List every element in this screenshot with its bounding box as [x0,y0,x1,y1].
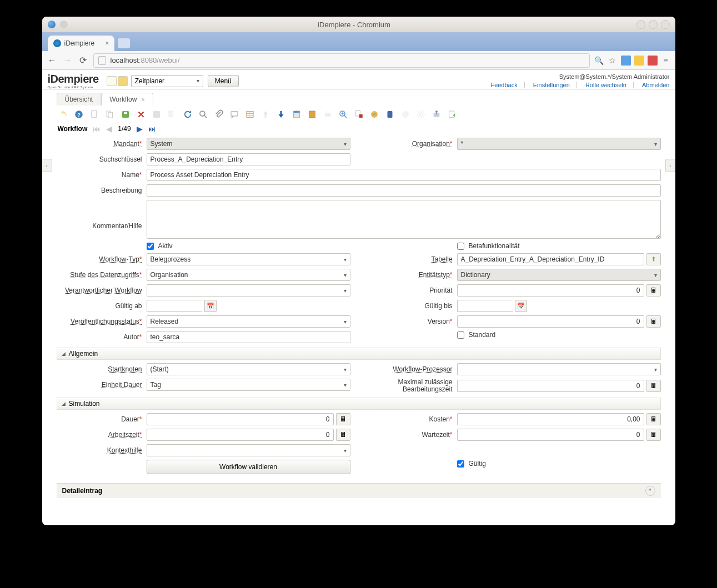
next-record-icon[interactable]: ▶ [137,124,143,133]
url-input[interactable]: localhost:8080/webui/ [93,53,590,68]
tab-workflow[interactable]: Workflow× [101,93,153,105]
chrome-menu-icon[interactable]: ≡ [661,56,671,66]
field-version[interactable] [457,315,644,328]
attachment-icon[interactable] [213,109,224,120]
extension-icon[interactable] [634,56,644,66]
delete-icon[interactable] [136,109,147,120]
left-panel-toggle[interactable]: › [42,159,52,172]
field-startnode[interactable]: (Start) [147,363,350,375]
link-change-role[interactable]: Rolle wechseln [579,82,634,88]
extension-gplus-icon[interactable] [648,56,658,66]
tab-close-icon[interactable]: × [105,39,109,47]
checkbox-default[interactable] [457,331,464,339]
field-responsible[interactable] [147,284,350,296]
calendar-icon[interactable]: 📅 [515,300,527,312]
refresh-icon[interactable] [182,109,193,120]
table-zoom-icon[interactable] [646,253,661,265]
menu-button[interactable]: Menü [208,75,239,87]
open-record-icon[interactable] [118,76,128,86]
field-cost[interactable] [457,413,644,425]
report-icon[interactable] [291,109,302,120]
chevron-up-icon[interactable]: ˄ [645,486,655,496]
archive-icon[interactable] [307,109,318,120]
extension-translate-icon[interactable] [621,56,631,66]
gear-icon[interactable] [415,109,427,120]
right-panel-toggle[interactable]: ‹ [665,159,675,172]
undo-icon[interactable] [58,109,69,120]
print-icon[interactable] [322,109,333,120]
calc-icon[interactable]: 🖩 [646,284,661,296]
field-validfrom[interactable] [147,300,202,312]
save-icon[interactable] [120,109,131,120]
forward-button[interactable]: → [62,55,73,66]
field-description[interactable] [147,184,661,197]
close-button[interactable] [661,20,670,29]
export-icon[interactable] [431,109,442,120]
process-icon[interactable] [400,109,411,120]
maximize-button[interactable] [649,20,658,29]
checkbox-active[interactable] [147,243,154,250]
detail-icon[interactable] [275,109,287,120]
field-durationunit[interactable]: Tag [147,379,350,391]
import-file-icon[interactable] [447,109,458,120]
checkbox-valid[interactable] [457,460,464,468]
new-icon[interactable] [89,109,100,120]
field-help[interactable] [147,200,661,239]
field-priority[interactable] [457,284,644,296]
field-accesslevel[interactable]: Organisation [147,269,350,281]
parent-icon[interactable] [260,109,271,120]
active-wf-icon[interactable] [353,109,364,120]
reload-button[interactable]: ⟳ [78,55,89,66]
field-validto[interactable] [457,300,513,312]
field-table[interactable] [457,253,644,265]
detail-entry-bar[interactable]: Detaileintrag ˄ [57,483,661,498]
field-durationlimit[interactable] [457,380,644,392]
zoom-icon[interactable]: 🔍 [594,56,604,66]
save-new-icon[interactable] [151,109,162,120]
section-simulation[interactable]: ◢Simulation [57,398,661,410]
calc-icon[interactable]: 🖩 [646,413,661,425]
field-wfprocessor[interactable] [457,363,661,375]
calc-icon[interactable]: 🖩 [336,429,350,441]
link-feedback[interactable]: Feedback [484,82,524,88]
new-record-icon[interactable] [107,76,117,86]
validate-workflow-button[interactable]: Workflow validieren [147,460,350,474]
checkbox-beta[interactable] [457,243,464,250]
tab-close-icon[interactable]: × [141,96,144,103]
field-waittime[interactable] [457,429,644,441]
link-settings[interactable]: Einstellungen [527,82,577,88]
copy-icon[interactable] [104,109,116,120]
minimize-button[interactable] [636,20,645,29]
product-info-icon[interactable] [384,109,395,120]
ignore-icon[interactable] [167,109,178,120]
find-icon[interactable] [198,109,209,120]
last-record-icon[interactable]: ⏭ [148,124,156,133]
field-worktime[interactable] [147,429,334,441]
link-logout[interactable]: Abmelden [635,82,670,88]
field-pubstatus[interactable]: Released [147,315,350,328]
chat-icon[interactable] [229,109,240,120]
field-searchkey[interactable] [147,153,350,165]
zoom-across-icon[interactable] [338,109,349,120]
calc-icon[interactable]: 🖩 [646,315,661,328]
field-name[interactable] [147,169,661,181]
calc-icon[interactable]: 🖩 [336,413,350,425]
calc-icon[interactable]: 🖩 [646,380,661,392]
bookmark-star-icon[interactable]: ☆ [608,56,618,66]
grid-toggle-icon[interactable] [244,109,255,120]
tab-overview[interactable]: Übersicht [57,93,102,105]
field-organisation[interactable]: * [457,138,661,150]
prev-record-icon[interactable]: ◀ [106,124,112,133]
new-tab-button[interactable] [118,38,130,48]
field-wftype[interactable]: Belegprozess [147,253,350,265]
field-author[interactable] [147,331,350,343]
browser-tab[interactable]: iDempiere × [48,36,115,51]
help-icon[interactable]: ? [73,109,84,120]
calc-icon[interactable]: 🖩 [646,429,661,441]
section-general[interactable]: ◢Allgemein [57,348,661,360]
field-mandant[interactable]: System [147,138,350,150]
quick-launch-select[interactable]: Zeitplaner [131,75,203,87]
calendar-icon[interactable]: 📅 [204,300,217,312]
back-button[interactable]: ← [47,55,58,66]
field-ctxhelp[interactable] [147,444,350,456]
